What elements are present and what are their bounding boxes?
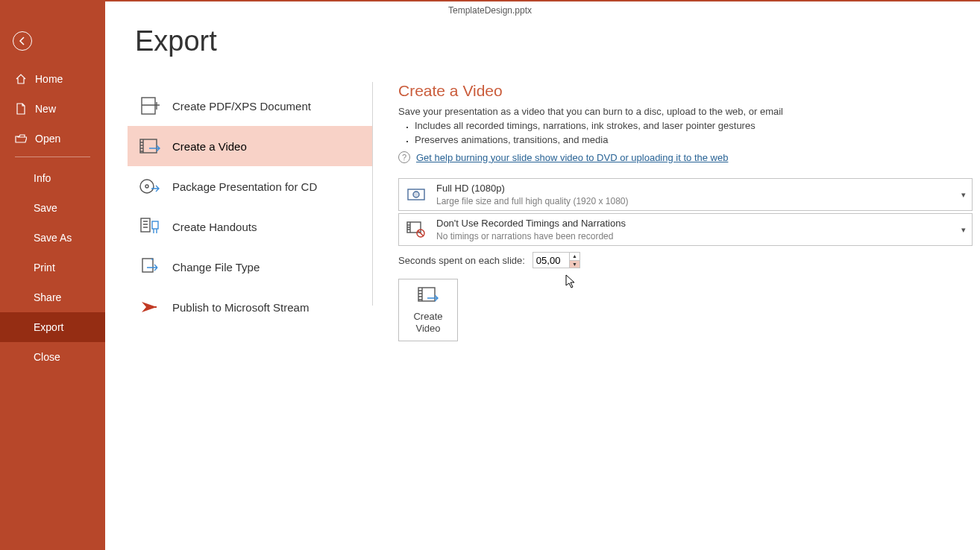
create-video-label: Create Video: [413, 311, 442, 334]
page-title: Export: [135, 25, 372, 57]
export-label: Create Handouts: [172, 221, 257, 233]
nav-export[interactable]: Export: [0, 312, 105, 342]
nav-home[interactable]: Home: [0, 64, 105, 94]
help-icon: ?: [398, 151, 410, 163]
svg-rect-6: [142, 259, 153, 272]
nav-close[interactable]: Close: [0, 342, 105, 372]
svg-rect-0: [142, 98, 155, 114]
dropdown-subtitle: No timings or narrations have been recor…: [436, 230, 961, 242]
seconds-input[interactable]: [533, 253, 569, 268]
export-package-cd[interactable]: Package Presentation for CD: [128, 166, 373, 206]
back-button[interactable]: [13, 31, 32, 51]
change-type-icon: [135, 257, 165, 276]
nav-print[interactable]: Print: [0, 253, 105, 282]
svg-rect-11: [418, 288, 435, 301]
export-pdf-xps[interactable]: Create PDF/XPS Document: [128, 86, 373, 126]
export-label: Package Presentation for CD: [172, 180, 317, 193]
export-label: Publish to Microsoft Stream: [172, 301, 309, 314]
export-handouts[interactable]: Create Handouts: [128, 206, 373, 247]
new-icon: [13, 103, 28, 115]
nav-label: Print: [34, 262, 55, 274]
nav-open[interactable]: Open: [0, 124, 105, 154]
nav-label: Share: [34, 291, 61, 303]
nav-label: Save: [34, 202, 57, 214]
dropdown-text: Don't Use Recorded Timings and Narration…: [436, 217, 961, 242]
nav-save[interactable]: Save: [0, 193, 105, 223]
seconds-row: Seconds spent on each slide: ▲ ▼: [398, 252, 973, 268]
export-label: Change File Type: [172, 261, 260, 274]
create-video-button[interactable]: Create Video: [398, 279, 458, 341]
stream-icon: [135, 299, 165, 315]
nav-label: Save As: [34, 232, 72, 244]
export-detail-pane: Create a Video Save your presentation as…: [373, 1, 980, 550]
handouts-icon: [135, 217, 165, 236]
nav-label: Info: [34, 172, 51, 184]
dropdown-subtitle: Large file size and full high quality (1…: [436, 195, 961, 207]
seconds-label: Seconds spent on each slide:: [398, 255, 525, 266]
create-video-icon: [417, 286, 439, 307]
seconds-spinner[interactable]: ▲ ▼: [533, 252, 580, 268]
pdf-icon: [135, 96, 165, 116]
backstage-sidebar: Home New Open Info Save Save As Print Sh…: [0, 0, 105, 550]
dropdown-title: Full HD (1080p): [436, 182, 961, 195]
svg-point-3: [145, 185, 148, 188]
dropdown-title: Don't Use Recorded Timings and Narration…: [436, 217, 961, 230]
nav-label: Open: [35, 133, 60, 145]
timings-icon: [405, 221, 427, 238]
nav-label: New: [35, 103, 56, 115]
nav-save-as[interactable]: Save As: [0, 223, 105, 253]
video-icon: [135, 138, 165, 154]
nav-label: Close: [34, 351, 60, 363]
nav-share[interactable]: Share: [0, 282, 105, 312]
export-options: Export Create PDF/XPS Document Create a …: [105, 1, 372, 550]
svg-point-8: [413, 192, 419, 197]
export-label: Create a Video: [172, 140, 247, 153]
svg-rect-5: [152, 221, 158, 229]
bullet-item: Includes all recorded timings, narration…: [415, 120, 973, 131]
feature-bullets: Includes all recorded timings, narration…: [415, 120, 973, 145]
chevron-down-icon: ▾: [961, 190, 966, 200]
nav-label: Export: [34, 321, 63, 333]
section-desc: Save your presentation as a video that y…: [398, 106, 973, 117]
quality-icon: [405, 187, 427, 202]
bullet-item: Preserves animations, transitions, and m…: [415, 134, 973, 145]
timings-dropdown[interactable]: Don't Use Recorded Timings and Narration…: [398, 213, 973, 246]
open-icon: [13, 133, 28, 144]
chevron-down-icon: ▾: [961, 225, 966, 235]
nav-label: Home: [35, 73, 63, 85]
spinner-down[interactable]: ▼: [569, 261, 579, 268]
spinner-up[interactable]: ▲: [569, 253, 579, 261]
dropdown-text: Full HD (1080p) Large file size and full…: [436, 182, 961, 207]
help-link[interactable]: Get help burning your slide show video t…: [416, 152, 728, 163]
svg-point-2: [140, 180, 154, 193]
main-area: Export Create PDF/XPS Document Create a …: [105, 1, 980, 550]
cd-icon: [135, 177, 165, 196]
export-publish-stream[interactable]: Publish to Microsoft Stream: [128, 287, 373, 327]
video-quality-dropdown[interactable]: Full HD (1080p) Large file size and full…: [398, 178, 973, 211]
help-row: ? Get help burning your slide show video…: [398, 151, 973, 163]
home-icon: [13, 73, 28, 85]
svg-rect-4: [141, 218, 150, 232]
section-title: Create a Video: [398, 82, 973, 100]
export-change-type[interactable]: Change File Type: [128, 247, 373, 287]
export-label: Create PDF/XPS Document: [172, 100, 311, 113]
nav-info[interactable]: Info: [0, 163, 105, 193]
export-create-video[interactable]: Create a Video: [128, 126, 373, 166]
nav-new[interactable]: New: [0, 94, 105, 124]
sidebar-divider: [15, 157, 90, 157]
